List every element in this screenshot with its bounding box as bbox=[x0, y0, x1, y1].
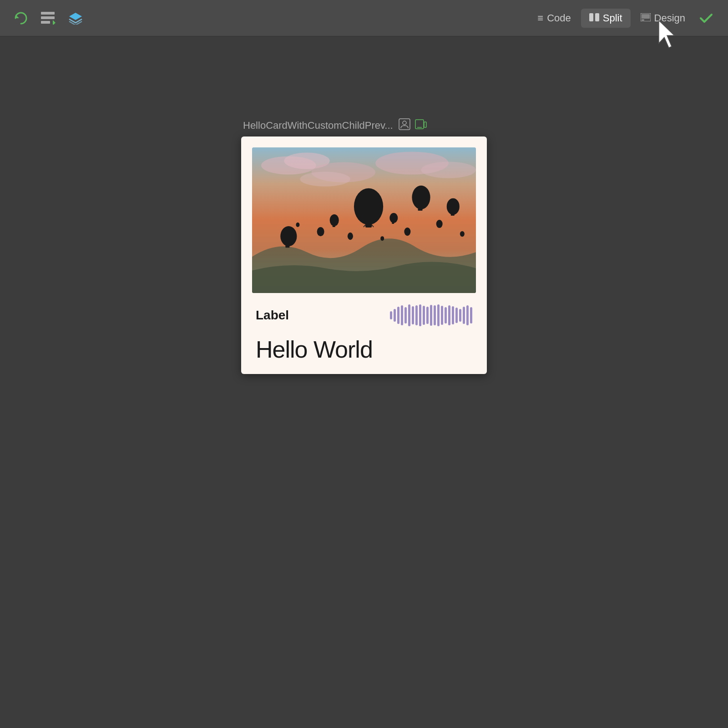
waveform-bar bbox=[426, 307, 429, 324]
split-icon bbox=[589, 12, 599, 24]
person-icon[interactable] bbox=[399, 118, 410, 133]
waveform-bar bbox=[408, 304, 410, 326]
component-name-label: HelloCardWithCustomChildPrev... bbox=[243, 120, 393, 131]
svg-rect-24 bbox=[365, 224, 372, 228]
svg-rect-9 bbox=[642, 20, 644, 20]
preview-card: Label Hello World bbox=[241, 136, 487, 374]
split-view-button[interactable]: Split bbox=[581, 9, 631, 28]
main-content: HelloCardWithCustomChildPrev... bbox=[0, 36, 728, 728]
waveform-bar bbox=[459, 309, 461, 322]
refresh-icon[interactable] bbox=[14, 11, 28, 25]
svg-marker-0 bbox=[15, 15, 19, 18]
svg-point-33 bbox=[330, 214, 339, 226]
waveform-bar bbox=[448, 305, 450, 325]
design-view-button[interactable]: Design bbox=[632, 9, 693, 28]
svg-point-41 bbox=[460, 231, 465, 237]
split-label: Split bbox=[603, 12, 622, 24]
code-icon: ≡ bbox=[537, 12, 543, 24]
toolbar-right: ≡ Code Split bbox=[529, 9, 714, 28]
waveform-bar bbox=[397, 307, 399, 324]
waveform-bar bbox=[466, 305, 469, 325]
svg-point-40 bbox=[348, 233, 353, 240]
waveform-bar bbox=[452, 306, 454, 324]
layout-icon[interactable] bbox=[41, 12, 56, 25]
toolbar-left bbox=[14, 11, 83, 25]
svg-rect-3 bbox=[41, 21, 50, 24]
waveform-bar bbox=[434, 305, 436, 325]
svg-point-43 bbox=[296, 222, 299, 227]
code-label: Code bbox=[547, 12, 571, 24]
layers-icon[interactable] bbox=[68, 12, 83, 25]
card-image bbox=[252, 147, 476, 293]
waveform-bar bbox=[445, 307, 447, 324]
waveform-bar bbox=[394, 309, 396, 322]
card-label-icons bbox=[399, 118, 427, 133]
svg-point-38 bbox=[404, 228, 410, 236]
design-label: Design bbox=[654, 12, 685, 24]
svg-rect-32 bbox=[285, 245, 289, 248]
svg-point-21 bbox=[421, 162, 476, 178]
waveform-bar bbox=[419, 304, 421, 326]
card-title: Hello World bbox=[256, 336, 472, 363]
device-icon[interactable] bbox=[415, 118, 427, 133]
svg-point-27 bbox=[412, 186, 430, 209]
svg-point-31 bbox=[280, 226, 297, 246]
svg-rect-14 bbox=[424, 122, 426, 127]
view-toggle: ≡ Code Split bbox=[529, 9, 693, 28]
waveform-bar bbox=[404, 307, 407, 324]
svg-rect-1 bbox=[41, 12, 55, 15]
waveform-bar bbox=[437, 304, 440, 326]
waveform-bar bbox=[390, 311, 392, 319]
card-label-row: HelloCardWithCustomChildPrev... bbox=[241, 118, 427, 133]
waveform-bar bbox=[412, 306, 414, 324]
svg-point-29 bbox=[447, 198, 460, 215]
waveform-bar bbox=[463, 307, 465, 324]
svg-rect-30 bbox=[451, 214, 455, 216]
svg-rect-6 bbox=[595, 13, 599, 21]
code-view-button[interactable]: ≡ Code bbox=[529, 9, 579, 28]
svg-point-39 bbox=[436, 220, 443, 228]
confirm-icon[interactable] bbox=[698, 10, 714, 26]
waveform-bar bbox=[441, 306, 443, 325]
card-bottom: Label Hello World bbox=[252, 304, 476, 363]
svg-point-35 bbox=[389, 213, 398, 223]
waveform-bar bbox=[455, 308, 458, 323]
svg-rect-28 bbox=[418, 208, 422, 211]
card-info-row: Label bbox=[256, 304, 472, 327]
svg-rect-8 bbox=[642, 14, 650, 19]
svg-point-22 bbox=[300, 172, 350, 187]
svg-marker-4 bbox=[53, 20, 56, 25]
svg-point-37 bbox=[317, 227, 324, 236]
card-preview-wrapper: HelloCardWithCustomChildPrev... bbox=[241, 118, 487, 374]
svg-rect-5 bbox=[589, 13, 593, 21]
svg-rect-36 bbox=[392, 222, 394, 224]
svg-point-23 bbox=[354, 188, 383, 225]
waveform-bar bbox=[470, 307, 472, 324]
waveform-bar bbox=[423, 306, 425, 325]
waveform-bar bbox=[415, 305, 418, 325]
toolbar: ≡ Code Split bbox=[0, 0, 728, 36]
waveform bbox=[390, 304, 472, 327]
waveform-bar bbox=[430, 305, 432, 326]
svg-rect-2 bbox=[41, 16, 55, 19]
svg-point-42 bbox=[380, 236, 384, 241]
card-label-text: Label bbox=[256, 308, 289, 323]
design-icon bbox=[641, 12, 651, 24]
waveform-bar bbox=[401, 305, 403, 325]
svg-rect-34 bbox=[333, 226, 335, 227]
svg-point-12 bbox=[403, 121, 406, 125]
